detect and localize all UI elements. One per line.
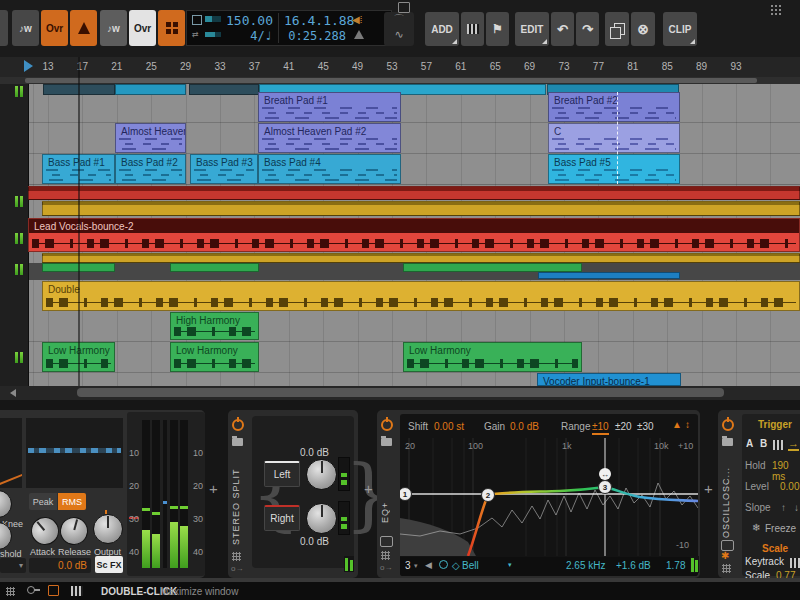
eq-band-shape-icon[interactable]: ◇ bbox=[452, 560, 460, 571]
track-header-column[interactable] bbox=[0, 84, 29, 386]
eq-gain-value[interactable]: 0.0 dB bbox=[510, 421, 539, 432]
eq-node-2-label[interactable]: 2 bbox=[486, 491, 490, 500]
eq-power-button[interactable] bbox=[381, 419, 393, 431]
rms-button[interactable]: RMS bbox=[58, 493, 86, 510]
popout-window-icon[interactable] bbox=[398, 2, 410, 13]
trigger-b-button[interactable]: B bbox=[760, 438, 767, 449]
edit-menu-button[interactable]: EDIT bbox=[515, 12, 549, 46]
level-value[interactable]: 0.00 bbox=[780, 481, 799, 492]
clip[interactable]: C bbox=[548, 123, 680, 153]
launcher-automation-write-button[interactable]: ♪w bbox=[100, 10, 127, 46]
zoom-scrollbar[interactable] bbox=[0, 77, 800, 84]
stereo-split-modroute-icon[interactable]: o→ bbox=[231, 564, 243, 573]
freeze-snowflake-icon[interactable]: ❄ bbox=[752, 522, 760, 533]
time-signature[interactable]: 4/♩ bbox=[226, 29, 272, 43]
undo-button[interactable]: ↶ bbox=[551, 12, 574, 46]
clip-launcher-button[interactable] bbox=[158, 10, 185, 46]
song-position[interactable]: 16.4.1.88 bbox=[284, 13, 346, 28]
zoom-scrollbar-thumb[interactable] bbox=[25, 78, 757, 83]
clip[interactable]: Double bbox=[42, 281, 800, 311]
add-device-button[interactable]: + bbox=[704, 480, 713, 497]
arranger-scrollbar[interactable] bbox=[0, 386, 800, 400]
eq-band-type-arrow[interactable]: ▾ bbox=[508, 561, 512, 569]
status-key-icon[interactable] bbox=[27, 586, 35, 594]
eq-range-20[interactable]: ±20 bbox=[615, 421, 632, 432]
eq-expand-icon[interactable]: ↕ bbox=[685, 419, 690, 430]
clip[interactable] bbox=[42, 253, 800, 263]
right-gain-knob[interactable] bbox=[306, 503, 337, 534]
compressor-preset-select[interactable]: ▾ bbox=[0, 558, 26, 573]
groove-icon[interactable] bbox=[192, 15, 202, 25]
clip[interactable]: Bass Pad #3 bbox=[190, 154, 258, 184]
eq-range-10[interactable]: ±10 bbox=[592, 421, 609, 435]
scroll-left-arrow[interactable] bbox=[10, 389, 16, 397]
eq-band-select[interactable]: 3 bbox=[405, 560, 411, 571]
eq-display-toggle-icon[interactable] bbox=[380, 536, 393, 547]
right-channel-button[interactable]: Right bbox=[264, 505, 300, 531]
clip[interactable]: Bass Pad #5 bbox=[548, 154, 680, 184]
oscilloscope-remote-icon[interactable] bbox=[722, 564, 731, 573]
oscilloscope-power-button[interactable] bbox=[722, 419, 734, 431]
keytrack-select-icon[interactable] bbox=[790, 558, 800, 568]
clip[interactable] bbox=[538, 272, 680, 279]
slope-up-icon[interactable]: ↑ bbox=[781, 502, 786, 513]
clip[interactable]: Lead Vocals-bounce-2 bbox=[28, 218, 800, 252]
clip-overview-strip[interactable] bbox=[115, 84, 186, 95]
clip[interactable]: Vocoder Input-bounce-1 bbox=[537, 373, 681, 386]
overdub-button[interactable]: Ovr bbox=[41, 10, 68, 46]
eq-band-power-icon[interactable] bbox=[439, 560, 448, 569]
sidechain-fx-button[interactable]: Sc FX bbox=[95, 556, 123, 573]
clip-overview-strip[interactable] bbox=[189, 84, 259, 95]
eq-preset-icon[interactable] bbox=[381, 438, 392, 446]
clip[interactable]: Breath Pad #2 bbox=[548, 92, 680, 122]
stereo-split-power-button[interactable] bbox=[232, 419, 244, 431]
eq-remote-icon[interactable] bbox=[381, 551, 390, 560]
trigger-note-icon[interactable] bbox=[773, 440, 785, 450]
add-device-button[interactable]: + bbox=[209, 480, 218, 497]
piano-editor-button[interactable] bbox=[461, 12, 484, 46]
timeline-ruler[interactable]: 1317212529333741454953576165697377818589… bbox=[0, 57, 800, 77]
eq-range-30[interactable]: ±30 bbox=[637, 421, 654, 432]
compressor-waveform-display[interactable] bbox=[26, 418, 123, 488]
oscilloscope-preset-icon[interactable] bbox=[722, 438, 733, 446]
status-record-quantize-icon[interactable] bbox=[48, 585, 59, 596]
stereo-split-remote-icon[interactable] bbox=[232, 552, 241, 561]
oscilloscope-settings-gear-icon[interactable]: ✱ bbox=[721, 551, 729, 561]
freeze-label[interactable]: Freeze bbox=[765, 523, 796, 534]
clip[interactable]: High Harmony bbox=[170, 312, 259, 340]
launcher-overdub-button[interactable]: Ovr bbox=[129, 10, 156, 46]
trigger-edge-icon[interactable]: → bbox=[788, 437, 799, 451]
dashboard-dots-icon[interactable] bbox=[770, 4, 782, 16]
left-gain-knob[interactable] bbox=[306, 459, 337, 490]
output-knob[interactable] bbox=[93, 514, 123, 544]
eq-band-gain[interactable]: +1.6 dB bbox=[616, 560, 651, 571]
slope-down-icon[interactable]: ↓ bbox=[794, 502, 799, 513]
eq-shift-value[interactable]: 0.00 st bbox=[434, 421, 464, 432]
stereo-split-title[interactable]: STEREO SPLIT bbox=[231, 455, 241, 545]
clip[interactable]: Low Harmony bbox=[170, 342, 259, 372]
eq-band-select-arrow[interactable]: ▾ bbox=[414, 562, 418, 570]
eq-title[interactable]: EQ+ bbox=[380, 487, 390, 523]
eq-band-type[interactable]: Bell bbox=[462, 560, 479, 571]
eq-band-freq[interactable]: 2.65 kHz bbox=[566, 560, 605, 571]
clip[interactable]: Almost Heaven Pad #2 bbox=[258, 123, 401, 153]
delete-button[interactable]: ⊗ bbox=[631, 12, 655, 46]
metronome-mini-icon[interactable] bbox=[354, 30, 364, 39]
clip[interactable] bbox=[28, 186, 800, 200]
metronome-button[interactable] bbox=[70, 10, 97, 46]
left-gain-value[interactable]: 0.0 dB bbox=[300, 447, 329, 458]
clip[interactable]: Bass Pad #2 bbox=[115, 154, 186, 184]
toolbar-partial-button[interactable] bbox=[0, 10, 8, 46]
compressor-value-field[interactable]: 0.0 dB bbox=[29, 558, 91, 573]
add-device-button[interactable]: + bbox=[364, 480, 373, 497]
song-time[interactable]: 0:25.288 bbox=[284, 29, 346, 43]
clip[interactable]: Low Harmony bbox=[403, 342, 582, 372]
tempo-value[interactable]: 150.00 bbox=[226, 13, 272, 28]
trigger-a-button[interactable]: A bbox=[746, 438, 753, 449]
eq-auto-listen-icon[interactable]: ▲ bbox=[672, 419, 682, 430]
automation-curve-buttons[interactable]: ⌒ ∿ bbox=[384, 12, 414, 46]
eq-band-listen-icon[interactable]: ◀ bbox=[425, 560, 432, 570]
clip[interactable] bbox=[403, 263, 582, 272]
eq-graph[interactable]: ↔ 1 2 3 20 100 1k 10k +10 -10 bbox=[400, 438, 698, 556]
clip[interactable] bbox=[170, 263, 259, 272]
